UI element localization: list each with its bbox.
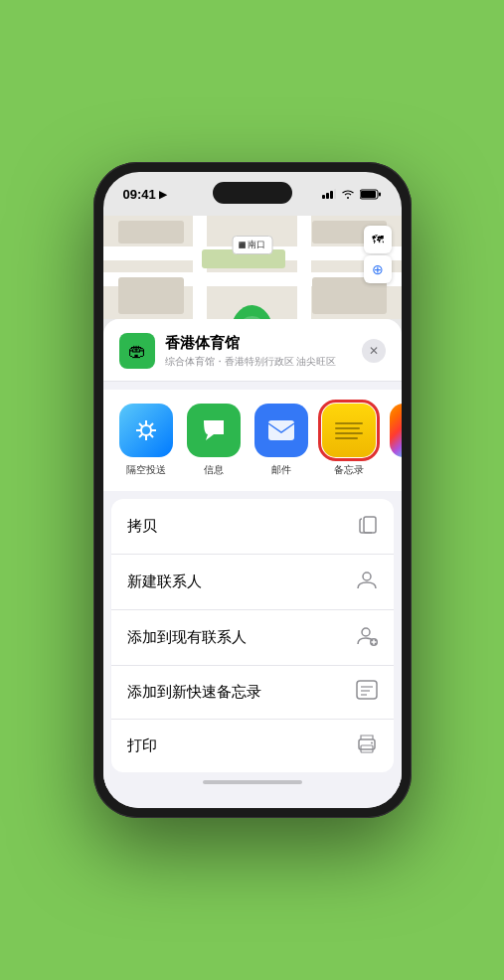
map-area[interactable]: 南口 🗺 ⊕ 🏟 香港体育馆 [103, 216, 402, 319]
print-icon [356, 734, 378, 758]
map-background: 南口 🗺 ⊕ 🏟 香港体育馆 [103, 216, 402, 319]
phone-frame: 09:41 ▶ [93, 162, 412, 818]
copy-label: 拷贝 [127, 517, 157, 536]
venue-icon: 🏟 [119, 333, 155, 369]
copy-icon [358, 513, 378, 540]
share-item-notes[interactable]: 备忘录 [322, 404, 376, 477]
home-indicator [103, 772, 402, 788]
share-item-airdrop[interactable]: 隔空投送 [119, 404, 173, 477]
svg-point-21 [371, 742, 373, 744]
svg-rect-1 [326, 193, 329, 199]
bottom-sheet: 🏟 香港体育馆 综合体育馆・香港特别行政区 油尖旺区 ✕ [103, 319, 402, 808]
svg-point-10 [363, 572, 371, 580]
svg-rect-9 [364, 517, 376, 533]
more-icon [390, 404, 402, 457]
location-pin: 🏟 香港体育馆 [230, 305, 274, 319]
share-item-mail[interactable]: 邮件 [254, 404, 308, 477]
map-controls: 🗺 ⊕ [364, 226, 392, 283]
map-label: 南口 [232, 236, 272, 254]
signal-icon [322, 189, 336, 199]
home-bar [203, 780, 302, 784]
dynamic-island [213, 182, 292, 204]
mail-icon [254, 404, 308, 457]
location-button[interactable]: ⊕ [364, 255, 392, 283]
notes-label: 备忘录 [334, 463, 364, 477]
venue-name: 香港体育馆 [165, 334, 352, 353]
status-icons [322, 189, 382, 200]
close-button[interactable]: ✕ [362, 339, 386, 363]
airdrop-label: 隔空投送 [126, 463, 166, 477]
messages-icon [187, 404, 241, 457]
svg-point-11 [362, 628, 370, 636]
action-item-quick-note[interactable]: 添加到新快速备忘录 [111, 666, 394, 720]
share-row: 隔空投送 信息 [103, 390, 402, 491]
battery-icon [360, 189, 382, 200]
new-contact-label: 新建联系人 [127, 572, 202, 591]
print-label: 打印 [127, 736, 157, 755]
phone-screen: 09:41 ▶ [103, 172, 402, 808]
venue-subtitle: 综合体育馆・香港特别行政区 油尖旺区 [165, 355, 352, 369]
add-existing-icon [356, 624, 378, 651]
wifi-icon [341, 189, 355, 199]
time-display: 09:41 [123, 187, 156, 202]
new-contact-icon [356, 569, 378, 595]
location-icon: ▶ [159, 189, 167, 200]
mail-label: 邮件 [271, 463, 291, 477]
svg-rect-3 [334, 189, 336, 199]
action-item-copy[interactable]: 拷贝 [111, 499, 394, 555]
messages-label: 信息 [204, 463, 224, 477]
notes-lines-icon [335, 422, 363, 439]
svg-rect-0 [322, 195, 325, 199]
add-existing-label: 添加到现有联系人 [127, 628, 247, 647]
venue-info: 香港体育馆 综合体育馆・香港特别行政区 油尖旺区 [165, 334, 352, 369]
venue-header: 🏟 香港体育馆 综合体育馆・香港特别行政区 油尖旺区 ✕ [103, 319, 402, 382]
quick-note-icon [356, 680, 378, 705]
pin-icon: 🏟 [231, 305, 274, 319]
airdrop-icon [119, 404, 173, 457]
share-item-more[interactable]: 更 [390, 404, 402, 477]
action-list: 拷贝 新建联系人 [111, 499, 394, 772]
action-item-print[interactable]: 打印 [111, 720, 394, 772]
action-item-new-contact[interactable]: 新建联系人 [111, 555, 394, 610]
svg-rect-6 [379, 192, 381, 196]
svg-rect-5 [361, 191, 376, 198]
map-view-button[interactable]: 🗺 [364, 226, 392, 253]
notes-icon [322, 404, 376, 457]
action-item-add-existing[interactable]: 添加到现有联系人 [111, 610, 394, 666]
svg-rect-2 [330, 191, 333, 199]
svg-rect-15 [357, 681, 377, 699]
quick-note-label: 添加到新快速备忘录 [127, 683, 261, 702]
status-time: 09:41 ▶ [123, 187, 167, 202]
share-item-messages[interactable]: 信息 [187, 404, 241, 477]
svg-rect-8 [268, 420, 294, 440]
